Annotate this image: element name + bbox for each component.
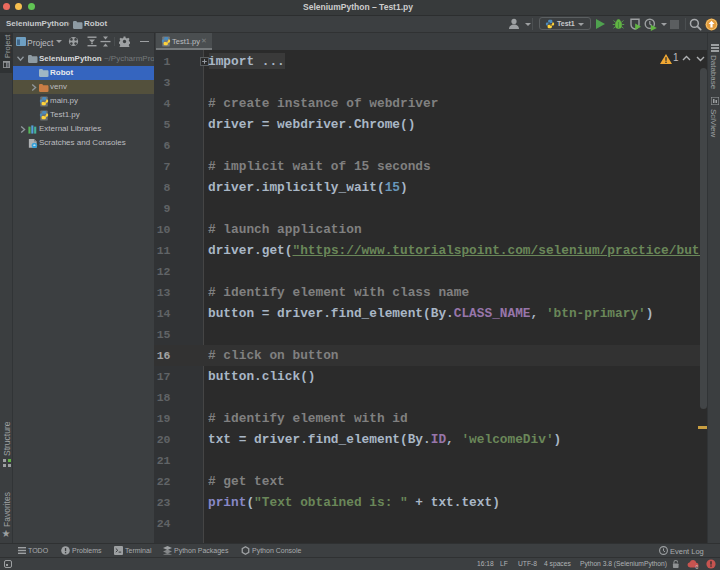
svg-text:0: 0 xyxy=(696,563,699,568)
